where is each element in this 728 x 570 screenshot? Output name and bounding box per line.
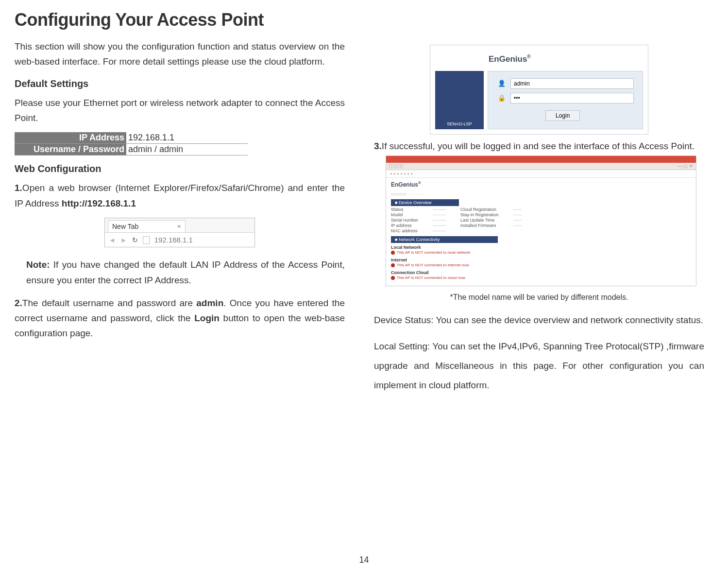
login-brand: EnGenius®: [435, 50, 643, 71]
address-bar: ◄ ► ↻ 192.168.1.1: [105, 232, 254, 247]
ov-value: ——: [513, 212, 522, 217]
overview-left-values: ——— ——— ——— ——— ———: [433, 207, 446, 233]
model-name-caption: *The model name will be varied by differ…: [374, 293, 704, 302]
network-connectivity-header: ■ Network Connectivity: [391, 236, 498, 243]
step-1-url-bold: http://192.168.1.1: [62, 198, 136, 208]
local-setting-paragraph: Local Setting: You can set the IPv4,IPv6…: [374, 337, 704, 395]
user-icon: 👤: [497, 80, 507, 87]
overview-left-labels: Status Model Serial number IP address MA…: [391, 207, 418, 233]
step-2-login-bold: Login: [194, 313, 220, 323]
password-row: 🔒: [497, 93, 634, 104]
ov-label: MAC address: [391, 228, 418, 233]
admin-menu: ▭▭▭▭ · · · · · · · ·: [386, 191, 696, 197]
ov-value: ———: [433, 228, 446, 233]
ov-value: ———: [433, 207, 446, 212]
table-row: Username / Password admin / admin: [15, 144, 248, 155]
step-1: 1.Open a web browser (Internet Explorer/…: [15, 180, 345, 211]
ov-label: Last Update Time: [460, 218, 499, 223]
browser-tab-chip: New Tab ×: [108, 220, 186, 232]
registered-icon: ®: [527, 54, 530, 59]
device-status-paragraph: Device Status: You can see the device ov…: [374, 311, 704, 330]
ip-address-label: IP Address: [15, 132, 126, 144]
left-column: This section will show you the configura…: [15, 39, 345, 402]
device-overview-header: ■ Device Overview: [391, 199, 459, 206]
page-number: 14: [359, 555, 369, 565]
step-2: 2.The default username and password are …: [15, 295, 345, 341]
overview-right-values: —— —— —— ——: [513, 207, 522, 233]
username-row: 👤: [497, 78, 634, 89]
toolbar-icons: ● ● ● ● ● ● ●: [386, 170, 696, 178]
note-block: Note: If you have changed the default LA…: [15, 257, 345, 289]
error-text: This AP is NOT connected to Internet now: [397, 263, 469, 267]
window-controls: — ▢ ✕: [678, 164, 693, 169]
ov-label: Installed Firmware: [460, 223, 499, 228]
credentials-label: Username / Password: [15, 144, 126, 155]
login-button[interactable]: Login: [545, 110, 580, 121]
browser-tab-figure: New Tab × ◄ ► ↻ 192.168.1.1: [104, 218, 255, 247]
ov-value: ———: [433, 223, 446, 228]
window-topbar: [386, 156, 696, 163]
page-title: Configuring Your Access Point: [15, 10, 713, 30]
ov-label: Serial number: [391, 218, 418, 223]
step-3-number: 3.: [374, 141, 382, 151]
back-icon: ◄: [109, 236, 116, 244]
default-settings-table: IP Address 192.168.1.1 Username / Passwo…: [15, 132, 248, 155]
error-dot-icon: [391, 251, 395, 255]
note-text: If you have changed the default LAN IP A…: [26, 259, 345, 285]
brand-text: EnGenius: [489, 54, 527, 64]
tab-label: New Tab: [112, 223, 138, 230]
reload-icon: ↻: [132, 236, 138, 244]
table-row: IP Address 192.168.1.1: [15, 132, 248, 144]
error-dot-icon: [391, 276, 395, 280]
ov-label: Status: [391, 207, 418, 212]
address-bar-url: 192.168.1.1: [154, 236, 193, 244]
note-label: Note:: [26, 259, 50, 270]
page-icon: [143, 236, 150, 244]
internet-subhead: Internet: [391, 258, 691, 262]
ov-value: ——: [513, 207, 522, 212]
overview-right-labels: Cloud Registration Stay-in Registration …: [460, 207, 499, 233]
ov-value: ——: [513, 218, 522, 223]
lock-icon: 🔒: [497, 94, 507, 102]
local-network-error: This AP is NOT connected to local networ…: [391, 250, 691, 255]
admin-brand-text: EnGenius: [391, 181, 418, 188]
ov-label: IP address: [391, 223, 418, 228]
step-2-text-a: The default username and password are: [22, 298, 196, 308]
step-3: 3.If successful, you will be logged in a…: [374, 138, 704, 154]
login-form: 👤 🔒 Login: [488, 71, 643, 129]
error-dot-icon: [391, 263, 395, 267]
two-column-layout: This section will show you the configura…: [15, 39, 713, 402]
tab-placeholder: ⎕ ⎕ ⎕ ⎕: [389, 164, 403, 169]
ov-value: ———: [433, 212, 446, 217]
ov-label: Stay-in Registration: [460, 212, 499, 217]
intro-paragraph: This section will show you the configura…: [15, 39, 345, 69]
login-figure: EnGenius® SENAO-LSP 👤 🔒 Login: [430, 45, 648, 135]
internet-error: This AP is NOT connected to Internet now: [391, 263, 691, 267]
login-side-label: SENAO-LSP: [435, 71, 484, 129]
default-settings-text: Please use your Ethernet port or wireles…: [15, 95, 345, 126]
ov-label: Cloud Registration: [460, 207, 499, 212]
ov-value: ———: [433, 218, 446, 223]
ip-address-value: 192.168.1.1: [126, 132, 248, 144]
ov-value: ——: [513, 223, 522, 228]
ov-label: Model: [391, 212, 418, 217]
cloud-subhead: Connection Cloud: [391, 270, 691, 275]
admin-interface-figure: ⎕ ⎕ ⎕ ⎕ — ▢ ✕ ● ● ● ● ● ● ● EnGenius® ▭▭…: [386, 155, 696, 286]
registered-icon: ®: [418, 181, 421, 185]
password-input[interactable]: [510, 93, 634, 104]
error-text: This AP is NOT connected to cloud now: [397, 276, 465, 280]
username-input[interactable]: [510, 78, 634, 89]
admin-brand: EnGenius®: [386, 178, 696, 191]
step-2-number: 2.: [15, 298, 22, 308]
right-column: EnGenius® SENAO-LSP 👤 🔒 Login: [374, 39, 704, 402]
step-3-text: If successful, you will be logged in and…: [382, 141, 694, 151]
forward-icon: ►: [120, 236, 127, 244]
step-1-number: 1.: [15, 183, 22, 193]
error-text: This AP is NOT connected to local networ…: [397, 250, 470, 255]
browser-tab-row: ⎕ ⎕ ⎕ ⎕ — ▢ ✕: [386, 163, 696, 170]
login-panel-row: SENAO-LSP 👤 🔒 Login: [435, 71, 643, 129]
credentials-value: admin / admin: [126, 144, 248, 155]
step-2-admin-bold: admin: [196, 298, 223, 308]
cloud-error: This AP is NOT connected to cloud now: [391, 276, 691, 280]
default-settings-heading: Default Settings: [15, 78, 345, 89]
